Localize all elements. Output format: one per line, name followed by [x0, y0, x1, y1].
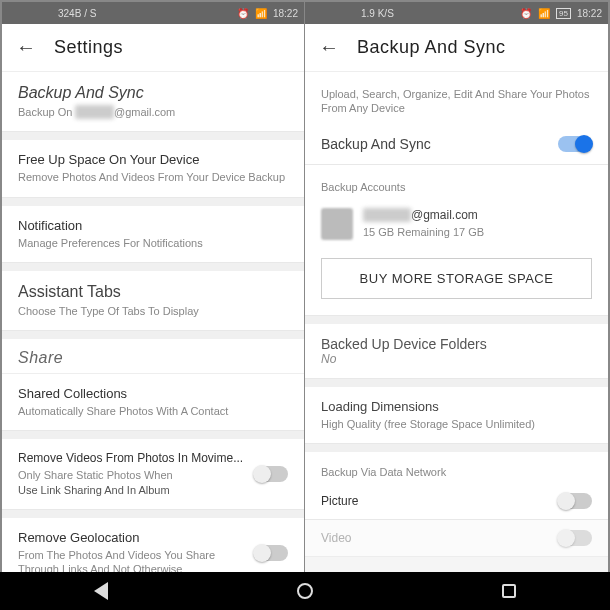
- nav-home-icon[interactable]: [297, 583, 313, 599]
- item-subtitle: Remove Photos And Videos From Your Devic…: [18, 170, 288, 184]
- avatar: [321, 208, 353, 240]
- alarm-icon: ⏰: [520, 8, 532, 19]
- item-subtitle: Choose The Type Of Tabs To Display: [18, 304, 288, 318]
- item-title: Remove Geolocation: [18, 530, 244, 545]
- back-arrow-icon[interactable]: ←: [319, 36, 339, 59]
- account-row[interactable]: xxxxxxxx@gmail.com 15 GB Remaining 17 GB: [321, 200, 592, 248]
- status-bar-right: 1.9 K/S ⏰ 📶 95 18:22: [305, 2, 608, 24]
- assistant-tabs-item[interactable]: Assistant Tabs Choose The Type Of Tabs T…: [2, 271, 304, 331]
- item-subtitle: Manage Preferences For Notifications: [18, 236, 288, 250]
- item-subtitle: Automatically Share Photos With A Contac…: [18, 404, 288, 418]
- nav-recents-icon[interactable]: [502, 584, 516, 598]
- item-title: Free Up Space On Your Device: [18, 152, 288, 167]
- android-nav-bar: [0, 572, 610, 610]
- notification-item[interactable]: Notification Manage Preferences For Noti…: [2, 206, 304, 263]
- alarm-icon: ⏰: [237, 8, 249, 19]
- account-storage: 15 GB Remaining 17 GB: [363, 225, 484, 239]
- item-title: Remove Videos From Photos In Movime...: [18, 451, 244, 465]
- backup-sync-toggle[interactable]: [558, 136, 592, 152]
- video-toggle[interactable]: [558, 530, 592, 546]
- item-subtitle: High Quality (free Storage Space Unlimit…: [321, 417, 592, 431]
- status-time: 18:22: [577, 8, 602, 19]
- remove-geolocation-toggle[interactable]: [254, 545, 288, 561]
- account-email: xxxxxxxx@gmail.com: [363, 208, 484, 222]
- item-label: Picture: [321, 494, 358, 508]
- share-section-header: Share: [2, 339, 304, 374]
- remove-videos-toggle[interactable]: [254, 466, 288, 482]
- status-time: 18:22: [273, 8, 298, 19]
- device-folders-item[interactable]: Backed Up Device Folders No: [305, 324, 608, 379]
- video-backup-item[interactable]: Video: [305, 520, 608, 557]
- item-title: Assistant Tabs: [18, 283, 288, 301]
- description-text: Upload, Search, Organize, Edit And Share…: [321, 87, 592, 116]
- item-subtitle: Backup On xxxxxxx@gmail.com: [18, 105, 288, 119]
- shared-collections-item[interactable]: Shared Collections Automatically Share P…: [2, 374, 304, 431]
- description-block: Upload, Search, Organize, Edit And Share…: [305, 72, 608, 165]
- status-bar-left: 324B / S ⏰ 📶 18:22: [2, 2, 304, 24]
- page-title: Settings: [54, 37, 123, 58]
- item-label: Video: [321, 531, 351, 545]
- header-right: ← Backup And Sync: [305, 24, 608, 72]
- buy-storage-button[interactable]: BUY MORE STORAGE SPACE: [321, 258, 592, 299]
- free-up-space-item[interactable]: Free Up Space On Your Device Remove Phot…: [2, 140, 304, 197]
- loading-dimensions-item[interactable]: Loading Dimensions High Quality (free St…: [305, 387, 608, 444]
- item-title: Backed Up Device Folders: [321, 336, 592, 352]
- backup-sync-item[interactable]: Backup And Sync Backup On xxxxxxx@gmail.…: [2, 72, 304, 132]
- picture-backup-item[interactable]: Picture: [305, 483, 608, 520]
- nav-back-icon[interactable]: [94, 582, 108, 600]
- item-title: Backup And Sync: [18, 84, 288, 102]
- settings-panel: 324B / S ⏰ 📶 18:22 ← Settings Backup And…: [2, 2, 305, 608]
- signal-icon: 📶: [538, 8, 550, 19]
- remove-videos-item[interactable]: Remove Videos From Photos In Movime... O…: [2, 439, 304, 510]
- item-subtitle: No: [321, 352, 592, 366]
- item-subtitle: Only Share Static Photos When Use Link S…: [18, 468, 244, 497]
- item-title: Shared Collections: [18, 386, 288, 401]
- battery-icon: 95: [556, 8, 571, 19]
- header-left: ← Settings: [2, 24, 304, 72]
- signal-icon: 📶: [255, 8, 267, 19]
- accounts-label: Backup Accounts: [321, 180, 592, 194]
- network-section: Backup Via Data Network: [305, 452, 608, 483]
- redacted-email: xxxxxxx: [75, 105, 114, 119]
- page-title: Backup And Sync: [357, 37, 506, 58]
- backup-sync-label: Backup And Sync: [321, 136, 431, 152]
- item-title: Notification: [18, 218, 288, 233]
- network-label: Backup Via Data Network: [321, 465, 592, 479]
- status-data: 1.9 K/S: [361, 8, 394, 19]
- backup-sync-panel: 1.9 K/S ⏰ 📶 95 18:22 ← Backup And Sync U…: [305, 2, 608, 608]
- back-arrow-icon[interactable]: ←: [16, 36, 36, 59]
- picture-toggle[interactable]: [558, 493, 592, 509]
- status-data: 324B / S: [58, 8, 96, 19]
- redacted-email: xxxxxxxx: [363, 208, 411, 222]
- item-title: Loading Dimensions: [321, 399, 592, 414]
- backup-accounts-section: Backup Accounts xxxxxxxx@gmail.com 15 GB…: [305, 165, 608, 316]
